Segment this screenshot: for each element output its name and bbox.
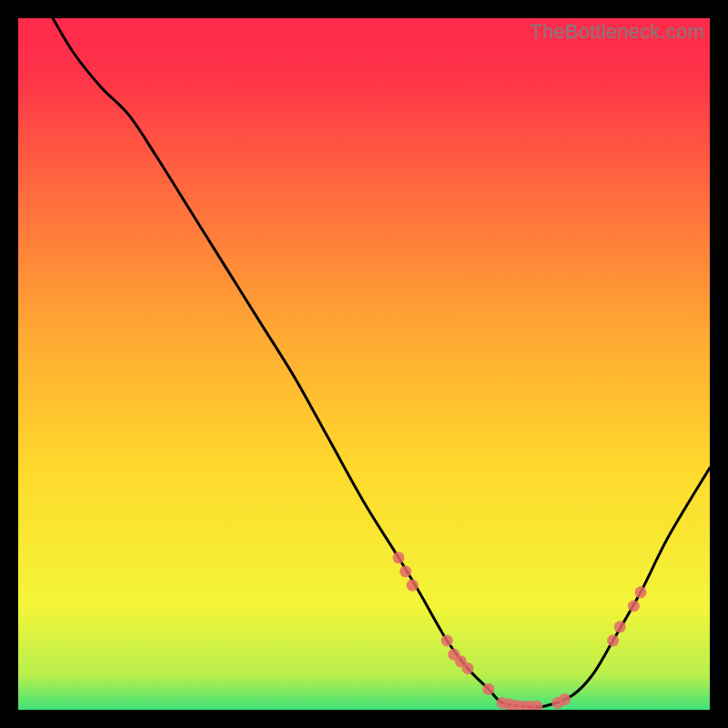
curve-marker: [399, 566, 411, 578]
curve-marker: [441, 635, 453, 647]
curve-marker: [393, 551, 405, 563]
curve-marker: [462, 662, 474, 674]
bottleneck-chart: [18, 18, 710, 710]
watermark-label: TheBottleneck.com: [530, 20, 704, 44]
curve-marker: [614, 621, 626, 632]
curve-marker: [635, 586, 647, 598]
chart-frame: TheBottleneck.com: [18, 18, 710, 710]
curve-marker: [559, 693, 571, 705]
curve-marker: [407, 580, 419, 592]
curve-marker: [607, 635, 619, 647]
curve-marker: [482, 683, 494, 695]
chart-background: [18, 18, 710, 710]
curve-marker: [628, 601, 640, 612]
